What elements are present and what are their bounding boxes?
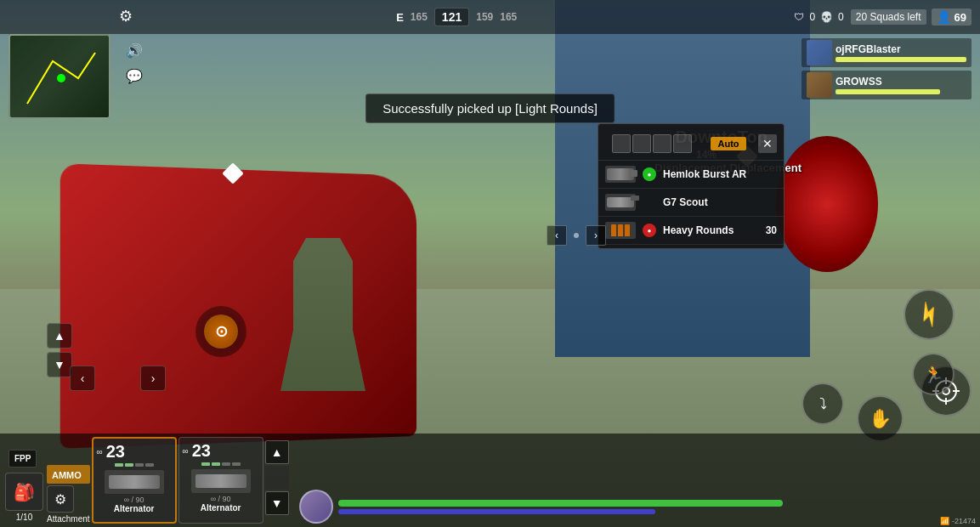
battery-label: -21474: [952, 517, 976, 525]
strafe-right-button[interactable]: ›: [140, 366, 166, 391]
pickup-panel-header: Auto ✕: [598, 128, 784, 161]
swap-down-button[interactable]: ▼: [265, 491, 289, 515]
inventory-slots: [605, 131, 699, 156]
ammo-tab-label: AMMO: [52, 470, 82, 480]
hud-right: 🛡 0 💀 0 20 Squads left 👤 69: [794, 8, 972, 26]
fpp-button[interactable]: FPP: [8, 450, 37, 468]
weapon2-image: [191, 469, 251, 493]
slot-1: [612, 134, 631, 153]
right-ammo-icon[interactable]: ⚡: [904, 289, 955, 340]
sprint-button[interactable]: 🏃: [912, 353, 955, 395]
panel-prev-button[interactable]: ‹: [547, 225, 567, 246]
attachment-symbol: ⚙: [54, 491, 66, 507]
minimap-overlay: [10, 36, 109, 117]
ammo-tab[interactable]: AMMO: [47, 465, 90, 484]
squad-avatar-2: [807, 72, 832, 98]
close-panel-button[interactable]: ✕: [758, 134, 777, 153]
weapon1-image: [105, 470, 164, 494]
panel-next-button[interactable]: ›: [586, 225, 606, 246]
bag-icon: 🎒: [5, 473, 43, 511]
health-bars: [338, 500, 973, 514]
hemlok-icon: [605, 166, 636, 183]
hud-stat-skull: 0: [838, 11, 844, 23]
scout-name: G7 Scout: [663, 196, 777, 208]
right-ammo-btn[interactable]: ⚡: [904, 289, 955, 340]
diamond-icon-left: [222, 162, 243, 184]
health-value: 121: [442, 10, 462, 24]
squad-health-bar-2: [836, 89, 940, 94]
swap-up-button[interactable]: ▲: [265, 440, 289, 464]
nav-dot: [574, 233, 579, 238]
pickup-panel: Auto ✕ ● Hemlok Burst AR G7 Scout: [598, 123, 785, 249]
hemlok-badge: ●: [643, 167, 656, 181]
pickup-item-heavy-rounds[interactable]: ● Heavy Rounds 30: [598, 217, 784, 245]
skull-icon: 💀: [820, 11, 833, 23]
weapon-slot-1[interactable]: ∞ 23 ∞ / 90 Alternator: [92, 437, 177, 524]
squad-list: ojRFGBlaster GROWSS: [802, 38, 972, 103]
player-avatar: [299, 490, 333, 524]
panel-nav: ‹ ›: [547, 225, 606, 246]
squad-icons: 🛡 0 💀 0: [794, 11, 845, 23]
squad-info-2: GROWSS: [836, 76, 966, 94]
squad-item-1: ojRFGBlaster: [802, 38, 972, 67]
squads-left-label: 20 Squads left: [856, 11, 921, 23]
bottom-hud-inner: 🎒 1/10 AMMO ⚙ Attachment ∞ 23: [0, 434, 292, 527]
auto-button[interactable]: Auto: [711, 137, 745, 150]
ammo-floating-icon: ⊙: [195, 306, 246, 357]
weapon1-ammo: 23: [106, 442, 125, 462]
heavy-rounds-count: 30: [766, 224, 777, 236]
weapon1-infinity: ∞: [97, 447, 103, 456]
crouch-icon: ⤵: [819, 395, 827, 413]
squad-health-bar-1: [836, 57, 966, 62]
bag-symbol: 🎒: [14, 482, 35, 502]
notification-text: Successfully picked up [Light Rounds]: [382, 101, 598, 116]
attach-slot-1: [115, 463, 123, 467]
squad-info-1: ojRFGBlaster: [836, 43, 966, 62]
left-control: ‹: [70, 366, 95, 391]
red-object: [776, 136, 878, 272]
attachment-tab-label: Attachment: [47, 514, 90, 524]
weapon2-ammo: 23: [192, 441, 211, 461]
attach-slot-4: [145, 463, 154, 467]
battery-display: 📶 -21474: [940, 517, 976, 525]
down-button[interactable]: ▼: [47, 352, 72, 377]
weapon2-infinity: ∞: [183, 446, 189, 456]
chat-icon[interactable]: 💬: [126, 68, 143, 84]
stat1: 159: [476, 11, 493, 23]
bullet-icon: ⚡: [911, 297, 946, 332]
bag-count: 1/10: [16, 513, 32, 522]
swap-icon-box: [265, 466, 289, 490]
speaker-icon[interactable]: 🔊: [126, 42, 143, 59]
slot-2: [632, 134, 651, 153]
item-tabs: AMMO ⚙ Attachment: [47, 437, 90, 524]
weapon1-icon: [109, 475, 160, 489]
heavy-rounds-badge: ●: [643, 224, 656, 237]
red-vehicle: [60, 163, 416, 448]
person-icon: 👤: [937, 10, 951, 24]
pickup-item-hemlok[interactable]: ● Hemlok Burst AR: [598, 161, 784, 189]
attach-slot-5: [201, 462, 210, 466]
weapon2-icon: [195, 474, 246, 488]
signal-icon: 📶: [940, 517, 949, 525]
diamond-marker-left: [225, 166, 241, 181]
weapon-slot-2[interactable]: ∞ 23 ∞ / 90 Alternator: [178, 437, 263, 524]
slot-3: [653, 134, 671, 153]
squad-name-1: ojRFGBlaster: [836, 43, 966, 55]
bottom-hud: 🎒 1/10 AMMO ⚙ Attachment ∞ 23: [0, 434, 980, 527]
squads-left-display: 20 Squads left: [851, 9, 926, 25]
settings-icon[interactable]: ⚙: [119, 7, 139, 27]
notification-banner: Successfully picked up [Light Rounds]: [365, 94, 615, 123]
health-bar: [338, 500, 783, 507]
strafe-left-button[interactable]: ‹: [70, 366, 95, 391]
up-button[interactable]: ▲: [47, 323, 72, 348]
health-display: 121: [434, 8, 469, 26]
right-control: ›: [140, 366, 166, 391]
crouch-button[interactable]: ⤵: [802, 382, 844, 425]
player-character: [280, 238, 365, 391]
attach-slot-2: [125, 463, 133, 467]
attachment-icon-box: ⚙: [47, 485, 74, 513]
pickup-item-scout[interactable]: G7 Scout: [598, 189, 784, 217]
ammo-icon-inner: ⊙: [204, 314, 238, 348]
hemlok-name: Hemlok Burst AR: [663, 168, 777, 180]
ammo-icon-symbol: ⊙: [215, 322, 228, 341]
